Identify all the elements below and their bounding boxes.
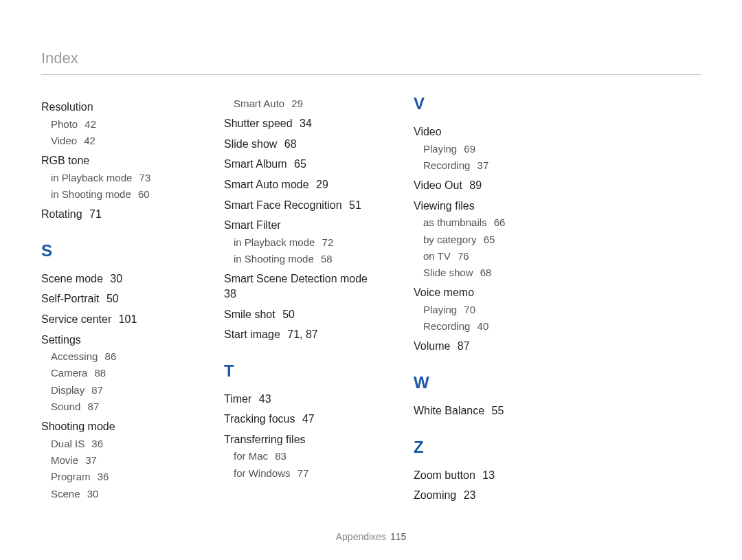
index-subentry: in Playback mode 72	[234, 236, 375, 249]
index-entry: Video	[414, 124, 565, 139]
index-entry-label: Smile shot	[224, 309, 276, 320]
index-entry: Smart Face Recognition 51	[224, 198, 375, 213]
index-subentry-page: 76	[455, 250, 469, 262]
index-entry-label: Viewing files	[414, 200, 475, 212]
index-subentry: Slide show 68	[423, 266, 565, 280]
index-entry: Rotating 71	[41, 207, 186, 222]
index-subentry-label: in Shooting mode	[234, 253, 314, 265]
index-subentry-page: 69	[461, 143, 475, 155]
index-subentry-page: 68	[477, 267, 492, 278]
page-footer: Appendixes115	[0, 531, 742, 542]
index-entry-label: Smart Scene Detection mode	[224, 273, 368, 284]
index-letter: S	[41, 241, 186, 260]
index-page: Index ResolutionPhoto 42Video 42RGB tone…	[0, 0, 742, 560]
index-subentry-label: Recording	[423, 159, 470, 171]
index-subentry: in Shooting mode 58	[234, 252, 375, 266]
index-entry-label: Smart Filter	[224, 219, 281, 231]
index-subentry-label: Photo	[51, 118, 78, 130]
index-subentry: by category 65	[423, 233, 565, 247]
index-entry-page: 89	[466, 179, 482, 191]
index-entry-label: Self-Portrait	[41, 293, 99, 304]
index-subentry-page: 70	[461, 304, 475, 315]
index-entry: Shooting mode	[41, 419, 186, 434]
index-entry-label: White Balance	[414, 405, 484, 416]
index-subentry: Video 42	[51, 134, 186, 148]
index-subentry: for Mac 83	[234, 449, 375, 463]
footer-label: Appendixes	[336, 531, 386, 542]
index-entry-label: Smart Album	[224, 158, 287, 170]
index-entry: Resolution	[41, 100, 186, 115]
index-entry: RGB tone	[41, 153, 186, 168]
index-entry-label: Zooming	[414, 489, 456, 501]
index-entry-label: Rotating	[41, 208, 82, 220]
index-subentry-label: on TV	[423, 250, 451, 262]
index-subentry: as thumbnails 66	[423, 216, 565, 229]
index-entry: Start image 71, 87	[224, 327, 375, 342]
index-subentry-label: Smart Auto	[234, 98, 284, 109]
index-subentry: in Shooting mode 60	[51, 188, 186, 201]
index-entry-page: 68	[281, 138, 296, 150]
index-subentry-label: Slide show	[423, 267, 473, 278]
index-subentry-page: 37	[474, 159, 488, 171]
index-entry: Zooming 23	[414, 488, 565, 503]
index-subentry: Movie 37	[51, 453, 186, 467]
index-subentry-label: for Windows	[234, 467, 291, 479]
index-subentry-label: in Shooting mode	[51, 188, 131, 200]
index-subentry-page: 42	[81, 135, 95, 146]
index-entry-page: 50	[280, 309, 295, 320]
index-entry-label: Voice memo	[414, 287, 474, 298]
index-subentry-label: Dual IS	[51, 438, 85, 449]
index-subentry-page: 37	[82, 454, 97, 466]
index-subentry-page: 58	[318, 253, 333, 265]
index-entry-label: Zoom button	[414, 469, 475, 481]
index-subentry-label: as thumbnails	[423, 216, 487, 228]
index-entry: Self-Portrait 50	[41, 291, 186, 306]
index-entry: Video Out 89	[414, 178, 565, 193]
index-column-2: Smart Auto 29Shutter speed 34Slide show …	[224, 94, 375, 506]
index-letter: V	[414, 94, 565, 113]
footer-page-number: 115	[390, 531, 406, 542]
index-entry: Smart Filter	[224, 218, 375, 233]
index-subentry: for Windows 77	[234, 467, 375, 480]
index-subentry-page: 36	[89, 438, 103, 449]
index-entry-page: 87	[454, 340, 469, 352]
index-entry: Viewing files	[414, 199, 565, 214]
index-subentry-page: 40	[474, 320, 488, 332]
index-subentry: Dual IS 36	[51, 437, 186, 451]
index-entry-page: 29	[313, 179, 328, 190]
index-subentry-page: 72	[319, 236, 333, 248]
index-entry: Settings	[41, 333, 186, 348]
index-entry-label: Tracking focus	[224, 413, 295, 425]
index-subentry: Camera 88	[51, 366, 186, 380]
index-entry: Smile shot 50	[224, 307, 375, 322]
index-letter: T	[224, 361, 375, 381]
index-entry-page: 43	[256, 393, 271, 405]
index-entry-label: Timer	[224, 393, 251, 405]
index-subentry-page: 65	[481, 234, 495, 245]
index-subentry-label: Sound	[51, 401, 80, 412]
index-subentry-page: 60	[135, 188, 150, 200]
index-subentry: Display 87	[51, 383, 186, 397]
index-column-1: ResolutionPhoto 42Video 42RGB tonein Pla…	[41, 94, 186, 506]
index-entry: Scene mode 30	[41, 271, 186, 287]
index-entry-label: Transferring files	[224, 434, 306, 445]
index-subentry-page: 29	[289, 98, 303, 109]
index-entry-label: RGB tone	[41, 155, 89, 166]
index-subentry-page: 73	[136, 172, 150, 183]
index-entry-page: 47	[299, 413, 314, 425]
index-subentry-page: 87	[89, 384, 103, 396]
index-entry-page: 55	[488, 405, 504, 416]
index-subentry-label: Scene	[51, 488, 80, 500]
index-subentry-label: in Playback mode	[51, 172, 132, 183]
index-entry-label: Start image	[224, 328, 280, 340]
index-subentry: Accessing 86	[51, 350, 186, 363]
index-subentry-label: Movie	[51, 454, 78, 466]
index-entry: White Balance 55	[414, 403, 565, 418]
index-subentry-label: in Playback mode	[234, 236, 315, 248]
index-subentry-page: 83	[272, 450, 286, 462]
index-entry-label: Shooting mode	[41, 421, 115, 432]
index-subentry-page: 42	[82, 118, 96, 130]
index-entry-label: Smart Auto mode	[224, 179, 309, 190]
index-subentry: Photo 42	[51, 117, 186, 131]
index-subentry: Recording 40	[423, 320, 565, 333]
